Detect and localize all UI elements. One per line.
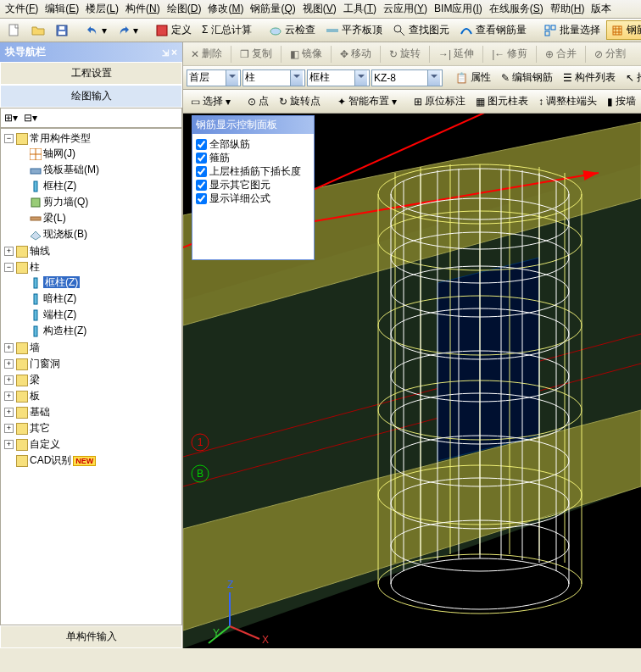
trim-button[interactable]: |←修剪 [488, 44, 532, 64]
menu-tools[interactable]: 工具(T) [340, 0, 380, 18]
svg-text:Z: Z [227, 579, 233, 591]
tree-toolbar: ⊞▾ ⊟▾ [0, 108, 182, 128]
svg-rect-21 [34, 181, 37, 192]
menu-modify[interactable]: 修改(M) [204, 0, 247, 18]
define-button[interactable]: 定义 [151, 20, 196, 40]
flat-slab-button[interactable]: 平齐板顶 [321, 20, 387, 40]
attr-button[interactable]: 📋属性 [451, 68, 495, 87]
close-icon[interactable]: × [171, 47, 177, 58]
find-graph-button[interactable]: 查找图元 [388, 20, 454, 40]
menu-help[interactable]: 帮助(H) [547, 0, 588, 18]
pin-icon[interactable] [162, 47, 169, 58]
tree-opening[interactable]: +门窗洞 [4, 356, 180, 372]
pick-button[interactable]: ↖拾取构件 [621, 68, 641, 87]
point-button[interactable]: ⊙点 [243, 92, 273, 111]
delete-button[interactable]: ✕删除 [187, 44, 226, 64]
merge-button[interactable]: ⊕合并 [541, 44, 581, 64]
tree-collapse-icon[interactable]: ⊞▾ [4, 112, 18, 124]
select-button[interactable]: ▭选择▾ [187, 92, 235, 111]
type-combo[interactable]: 框柱 [307, 69, 370, 86]
cloud-check-button[interactable]: 云检查 [265, 20, 320, 40]
svg-text:Y: Y [213, 627, 220, 639]
tab-project-settings[interactable]: 工程设置 [0, 62, 182, 85]
toolbar-draw: ▭选择▾ ⊙点 ↻旋转点 ✦智能布置▾ ⊞原位标注 ▦图元柱表 ↕调整柱端头 ▮… [183, 90, 641, 114]
tree-expand-icon[interactable]: ⊟▾ [24, 112, 37, 124]
sum-button[interactable]: Σ 汇总计算 [198, 20, 256, 40]
svg-rect-23 [31, 217, 41, 220]
svg-rect-27 [34, 326, 37, 336]
tree-cad[interactable]: CAD识别NEW [4, 453, 180, 469]
save-button[interactable] [51, 21, 73, 40]
tree-other[interactable]: +其它 [4, 420, 180, 436]
batch-select-button[interactable]: 批量选择 [539, 20, 605, 40]
svg-point-7 [394, 25, 401, 32]
tree-slab2[interactable]: +板 [4, 388, 180, 404]
tree-beam2[interactable]: +梁 [4, 372, 180, 388]
menu-online[interactable]: 在线服务(S) [486, 0, 547, 18]
coltable-button[interactable]: ▦图元柱表 [471, 92, 532, 111]
tree-item-beam[interactable]: 梁(L) [18, 210, 180, 226]
menu-cloud[interactable]: 云应用(Y) [380, 0, 431, 18]
tree-item-raft[interactable]: 筏板基础(M) [18, 162, 180, 178]
move-button[interactable]: ✥移动 [336, 44, 376, 64]
tree-item-slab[interactable]: 现浇板(B) [18, 226, 180, 242]
menu-edit[interactable]: 编辑(E) [42, 0, 82, 18]
mirror-button[interactable]: ◧镜像 [286, 44, 326, 64]
undo-button[interactable]: ▾ [81, 21, 111, 40]
bywall-button[interactable]: ▮按墙 [603, 92, 640, 111]
component-tree[interactable]: −常用构件类型 轴网(J) 筏板基础(M) 框柱(Z) 剪力墙(Q) 梁(L) … [0, 128, 182, 625]
menu-rebar[interactable]: 钢筋量(Q) [247, 0, 298, 18]
menu-draw[interactable]: 绘图(D) [164, 0, 205, 18]
rebar-display-panel[interactable]: 钢筋显示控制面板 全部纵筋 箍筋 上层柱插筋下插长度 显示其它图元 显示详细公式 [192, 115, 315, 260]
new-button[interactable] [3, 21, 25, 40]
menu-file[interactable]: 文件(F) [2, 0, 42, 18]
edit-rebar-button[interactable]: ✎编辑钢筋 [497, 68, 557, 87]
tree-custom[interactable]: +自定义 [4, 436, 180, 453]
svg-text:1: 1 [198, 436, 203, 448]
opt-stirrup[interactable]: 箍筋 [196, 151, 310, 164]
tree-constrcol-z[interactable]: 构造柱(Z) [18, 323, 180, 339]
tree-root[interactable]: −常用构件类型 轴网(J) 筏板基础(M) 框柱(Z) 剪力墙(Q) 梁(L) … [4, 131, 180, 243]
opt-all-long[interactable]: 全部纵筋 [196, 137, 310, 151]
tree-item-shearwall[interactable]: 剪力墙(Q) [18, 194, 180, 210]
split-button[interactable]: ⊘分割 [590, 44, 630, 64]
open-button[interactable] [27, 21, 49, 40]
tab-single-input[interactable]: 单构件输入 [0, 625, 182, 648]
tree-axis[interactable]: +轴线 [4, 243, 180, 259]
opt-show-formula[interactable]: 显示详细公式 [196, 192, 310, 205]
name-combo[interactable]: KZ-8 [371, 69, 443, 86]
copy-button[interactable]: ❐复制 [236, 44, 276, 64]
adjust-button[interactable]: ↕调整柱端头 [534, 92, 601, 111]
menu-bim[interactable]: BIM应用(I) [431, 0, 486, 18]
rotpoint-button[interactable]: ↻旋转点 [275, 92, 325, 111]
origin-button[interactable]: ⊞原位标注 [410, 92, 470, 111]
tree-hiddencol-z[interactable]: 暗柱(Z) [18, 291, 180, 307]
smart-button[interactable]: ✦智能布置▾ [333, 92, 401, 111]
view-rebar-button[interactable]: 查看钢筋量 [455, 20, 531, 40]
tree-framecol-z[interactable]: 框柱(Z) [18, 275, 180, 291]
tree-item-grid[interactable]: 轴网(J) [18, 146, 180, 162]
svg-rect-22 [31, 198, 40, 207]
svg-rect-3 [59, 26, 64, 30]
viewport[interactable]: ✕删除 ❐复制 ◧镜像 ✥移动 ↻旋转 →|延伸 |←修剪 ⊕合并 ⊘分割 首层… [183, 42, 641, 648]
list-button[interactable]: ☰构件列表 [559, 68, 620, 87]
extend-button[interactable]: →|延伸 [434, 44, 478, 64]
redo-button[interactable]: ▾ [113, 21, 142, 40]
tree-item-framecol[interactable]: 框柱(Z) [18, 178, 180, 194]
menu-version[interactable]: 版本 [588, 0, 615, 18]
category-combo[interactable]: 柱 [242, 69, 305, 86]
rotate-button[interactable]: ↻旋转 [385, 44, 425, 64]
opt-upper-insert[interactable]: 上层柱插筋下插长度 [196, 164, 310, 178]
tree-column[interactable]: −柱 框柱(Z) 暗柱(Z) 端柱(Z) 构造柱(Z) [4, 259, 180, 340]
floor-combo[interactable]: 首层 [187, 69, 241, 86]
rebar-3d-button[interactable]: 钢筋三维 [606, 20, 641, 40]
svg-rect-2 [59, 31, 65, 35]
menu-component[interactable]: 构件(N) [122, 0, 164, 18]
tree-wall[interactable]: +墙 [4, 340, 180, 356]
tree-endcol-z[interactable]: 端柱(Z) [18, 307, 180, 323]
menu-view[interactable]: 视图(V) [299, 0, 340, 18]
opt-show-other[interactable]: 显示其它图元 [196, 178, 310, 192]
tree-found[interactable]: +基础 [4, 404, 180, 420]
tab-draw-input[interactable]: 绘图输入 [0, 85, 182, 108]
menu-floor[interactable]: 楼层(L) [82, 0, 122, 18]
